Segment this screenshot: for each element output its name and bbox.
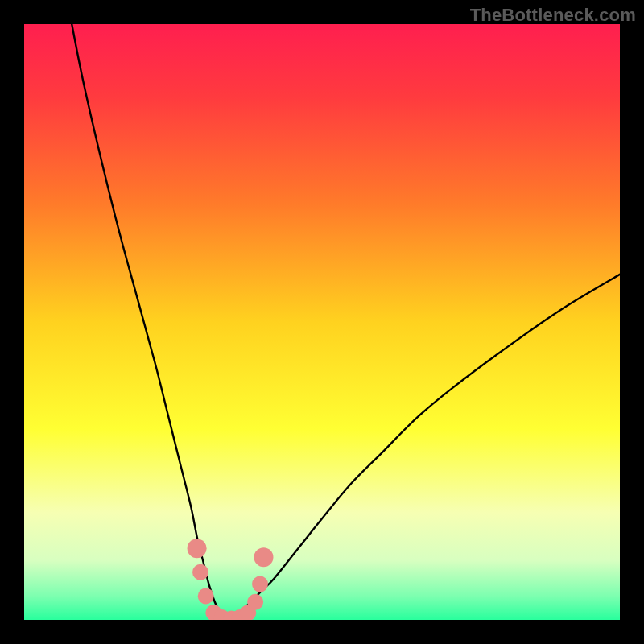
chart-svg: [24, 24, 620, 620]
highlight-dot: [198, 588, 214, 604]
highlight-dot: [254, 547, 273, 567]
watermark-text: TheBottleneck.com: [470, 5, 636, 26]
highlight-dot: [188, 539, 207, 558]
highlight-dot: [192, 564, 208, 580]
chart-frame: TheBottleneck.com: [0, 0, 644, 644]
highlight-dot: [252, 576, 268, 592]
highlight-dot: [247, 594, 263, 610]
plot-area: [24, 24, 620, 620]
gradient-background: [24, 24, 620, 620]
